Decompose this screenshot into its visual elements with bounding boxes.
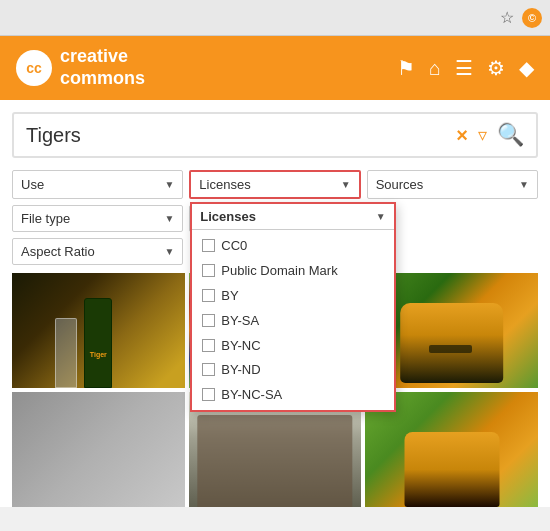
cc-logo-circle: cc <box>16 50 52 86</box>
logo-area[interactable]: cc creative commons <box>16 46 145 89</box>
bookmark-browser-icon[interactable]: ☆ <box>500 8 514 27</box>
license-item-3[interactable]: BY-SA <box>192 309 393 334</box>
licenses-filter[interactable]: Licenses ▼ <box>189 170 360 199</box>
license-label-4: BY-NC <box>221 338 260 355</box>
logo-creative: creative <box>60 46 145 68</box>
bookmark-icon[interactable]: ⚑ <box>397 56 415 80</box>
filetype-filter-arrow: ▼ <box>164 213 174 224</box>
aspectratio-filter-label: Aspect Ratio <box>21 244 95 259</box>
cc-browser-icon[interactable]: © <box>522 8 542 28</box>
logo-text-block: creative commons <box>60 46 145 89</box>
license-label-2: BY <box>221 288 238 305</box>
license-item-6[interactable]: BY-NC-SA <box>192 383 393 408</box>
filetype-filter[interactable]: File type ▼ <box>12 205 183 232</box>
license-checkbox-2[interactable] <box>202 289 215 302</box>
licenses-dropdown: Licenses ▼ CC0Public Domain MarkBYBY-SAB… <box>190 202 395 412</box>
license-item-5[interactable]: BY-ND <box>192 358 393 383</box>
drop-icon[interactable]: ◆ <box>519 56 534 80</box>
site-header: cc creative commons ⚑ ⌂ ☰ ⚙ ◆ <box>0 36 550 100</box>
search-container: Tigers × ▿ 🔍 <box>12 112 538 158</box>
use-filter-label: Use <box>21 177 44 192</box>
cc-logo-text: cc <box>26 60 42 76</box>
sources-filter[interactable]: Sources ▼ <box>367 170 538 199</box>
license-checkbox-6[interactable] <box>202 388 215 401</box>
aspectratio-filter-arrow: ▼ <box>164 246 174 257</box>
license-checkbox-0[interactable] <box>202 239 215 252</box>
license-item-4[interactable]: BY-NC <box>192 334 393 359</box>
license-label-3: BY-SA <box>221 313 259 330</box>
sources-filter-arrow: ▼ <box>519 179 529 190</box>
use-filter-arrow: ▼ <box>164 179 174 190</box>
license-checkbox-1[interactable] <box>202 264 215 277</box>
use-filter[interactable]: Use ▼ <box>12 170 183 199</box>
license-checkbox-5[interactable] <box>202 363 215 376</box>
filters-row1: Use ▼ Licenses ▼ Sources ▼ <box>12 170 538 199</box>
license-checkbox-4[interactable] <box>202 339 215 352</box>
filters-wrapper: Use ▼ Licenses ▼ Sources ▼ File type ▼ I… <box>12 170 538 265</box>
main-content: cc creative commons ⚑ ⌂ ☰ ⚙ ◆ Tigers × ▿… <box>0 36 550 507</box>
licenses-filter-label: Licenses <box>199 177 250 192</box>
image-grey[interactable] <box>12 392 185 507</box>
list-icon[interactable]: ☰ <box>455 56 473 80</box>
license-label-1: Public Domain Mark <box>221 263 337 280</box>
search-actions: × ▿ 🔍 <box>456 122 524 148</box>
licenses-filter-arrow: ▼ <box>341 179 351 190</box>
logo-commons: commons <box>60 68 145 90</box>
header-icons: ⚑ ⌂ ☰ ⚙ ◆ <box>397 56 534 80</box>
dropdown-header[interactable]: Licenses ▼ <box>192 204 393 230</box>
license-label-6: BY-NC-SA <box>221 387 282 404</box>
image-beer[interactable]: Tiger <box>12 273 185 388</box>
search-query: Tigers <box>26 124 456 147</box>
dropdown-title: Licenses <box>200 209 256 224</box>
filter-icon[interactable]: ▿ <box>478 124 487 146</box>
sources-filter-label: Sources <box>376 177 424 192</box>
license-item-0[interactable]: CC0 <box>192 234 393 259</box>
license-label-5: BY-ND <box>221 362 260 379</box>
license-label-0: CC0 <box>221 238 247 255</box>
license-item-1[interactable]: Public Domain Mark <box>192 259 393 284</box>
dropdown-scroll[interactable]: CC0Public Domain MarkBYBY-SABY-NCBY-NDBY… <box>192 230 393 410</box>
filetype-filter-label: File type <box>21 211 70 226</box>
browser-chrome: ☆ © <box>0 0 550 36</box>
home-icon[interactable]: ⌂ <box>429 57 441 80</box>
license-checkbox-3[interactable] <box>202 314 215 327</box>
aspectratio-filter[interactable]: Aspect Ratio ▼ <box>12 238 183 265</box>
clear-search-button[interactable]: × <box>456 124 468 147</box>
settings-icon[interactable]: ⚙ <box>487 56 505 80</box>
license-item-2[interactable]: BY <box>192 284 393 309</box>
search-button[interactable]: 🔍 <box>497 122 524 148</box>
dropdown-close-arrow: ▼ <box>376 211 386 222</box>
